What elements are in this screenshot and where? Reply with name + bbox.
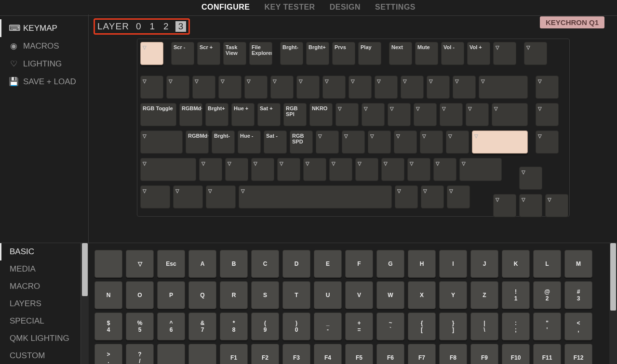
key[interactable]: Task View <box>223 42 246 65</box>
palette-key[interactable]: F4 <box>314 344 342 364</box>
category-media[interactable]: MEDIA <box>0 260 80 278</box>
key[interactable]: ▽ <box>493 42 516 65</box>
palette-key[interactable]: F9 <box>470 344 498 364</box>
palette-key[interactable]: } ] <box>439 312 467 340</box>
key[interactable]: ▽ <box>421 185 444 208</box>
key[interactable]: Play <box>358 42 381 65</box>
palette-key[interactable]: H <box>408 250 436 278</box>
key[interactable]: ▽ <box>206 185 236 208</box>
palette-key[interactable]: F10 <box>502 344 530 364</box>
palette-key[interactable]: S <box>251 281 279 309</box>
palette-key[interactable]: G <box>376 250 404 278</box>
palette-key[interactable]: F8 <box>439 344 467 364</box>
key[interactable]: ▽ <box>225 158 248 181</box>
key[interactable]: ▽ <box>375 76 398 99</box>
key[interactable]: Brght+ <box>306 42 329 65</box>
key[interactable]: ▽ <box>322 76 346 99</box>
palette-key[interactable]: ~ ` <box>376 312 404 340</box>
sidebar-item-saveload[interactable]: 💾 SAVE + LOAD <box>0 73 88 91</box>
palette-key[interactable]: O <box>126 281 154 309</box>
key[interactable]: ▽ <box>355 158 378 181</box>
palette-key[interactable]: T <box>282 281 310 309</box>
tab-design[interactable]: DESIGN <box>330 3 361 12</box>
scrollbar-thumb[interactable] <box>610 243 616 311</box>
key[interactable]: RGB SPD <box>290 130 313 154</box>
palette-key[interactable]: ^ 6 <box>157 312 185 340</box>
key[interactable]: ▽ <box>545 194 568 217</box>
key[interactable]: ▽ <box>277 158 300 181</box>
scrollbar-thumb[interactable] <box>82 243 88 296</box>
key[interactable]: RGBMd· <box>186 130 209 154</box>
key[interactable]: ▽ <box>519 167 542 190</box>
key[interactable]: ▽ <box>453 76 476 99</box>
palette-key[interactable]: * 8 <box>220 312 248 340</box>
key[interactable]: ▽ <box>446 130 469 154</box>
key[interactable]: Vol - <box>441 42 464 65</box>
key[interactable]: Hue + <box>231 103 255 126</box>
key[interactable]: ▽ <box>433 158 456 181</box>
category-custom[interactable]: CUSTOM <box>0 347 80 364</box>
key[interactable]: ▽ <box>296 76 320 99</box>
palette-key[interactable]: F5 <box>345 344 373 364</box>
palette-key[interactable]: V <box>345 281 373 309</box>
palette-key[interactable]: ▽ <box>126 250 154 278</box>
key[interactable]: ▽ <box>199 158 222 181</box>
sidebar-item-keymap[interactable]: ⌨ KEYMAP <box>0 19 88 37</box>
category-qmk-lighting[interactable]: QMK LIGHTING <box>0 330 80 347</box>
palette-key[interactable]: D <box>282 250 310 278</box>
key[interactable]: ▽ <box>140 76 163 99</box>
key[interactable]: ▽ <box>493 194 516 217</box>
key[interactable]: ▽ <box>414 103 437 126</box>
key[interactable]: RGBMd· <box>179 103 202 126</box>
palette-key[interactable]: L <box>533 250 561 278</box>
tab-keytester[interactable]: KEY TESTER <box>264 3 315 12</box>
palette-key[interactable]: < , <box>564 312 592 340</box>
key[interactable]: ▽ <box>447 185 470 208</box>
palette-scrollbar[interactable] <box>609 243 617 364</box>
palette-key[interactable]: U <box>314 281 342 309</box>
palette-key[interactable]: + = <box>345 312 373 340</box>
key[interactable]: ▽ <box>472 130 528 154</box>
palette-key[interactable]: A <box>188 250 216 278</box>
palette-key[interactable]: F1 <box>220 344 248 364</box>
palette-key[interactable]: Y <box>439 281 467 309</box>
key[interactable]: ▽ <box>251 158 274 181</box>
palette-key[interactable]: ( 9 <box>251 312 279 340</box>
key[interactable]: ▽ <box>140 158 196 181</box>
key[interactable]: Sat + <box>257 103 281 126</box>
palette-key[interactable]: ? / <box>126 344 154 364</box>
palette-key[interactable]: F2 <box>251 344 279 364</box>
palette-key[interactable] <box>94 250 122 278</box>
palette-key[interactable]: C <box>251 250 279 278</box>
palette-key[interactable]: { [ <box>408 312 436 340</box>
layer-1[interactable]: 1 <box>148 21 157 32</box>
palette-key[interactable]: ! 1 <box>502 281 530 309</box>
key[interactable]: Mute <box>415 42 438 65</box>
tab-configure[interactable]: CONFIGURE <box>201 3 250 12</box>
palette-key[interactable]: W <box>376 281 404 309</box>
key[interactable]: ▽ <box>303 158 326 181</box>
palette-key[interactable]: E <box>314 250 342 278</box>
sidebar-item-macros[interactable]: ◉ MACROS <box>0 37 88 55</box>
key[interactable]: File Explorer <box>249 42 272 65</box>
palette-key[interactable]: : ; <box>502 312 530 340</box>
key[interactable]: ▽ <box>335 103 359 126</box>
key[interactable]: ▽ <box>427 76 450 99</box>
palette-key[interactable]: J <box>470 250 498 278</box>
key[interactable]: ▽ <box>536 130 559 154</box>
palette-key[interactable]: F12 <box>564 344 592 364</box>
key[interactable]: ▽ <box>342 130 365 154</box>
category-macro[interactable]: MACRO <box>0 278 80 295</box>
key[interactable]: ▽ <box>192 76 215 99</box>
category-layers[interactable]: LAYERS <box>0 295 80 312</box>
palette-key[interactable]: @ 2 <box>533 281 561 309</box>
key[interactable]: ▽ <box>218 76 241 99</box>
key[interactable]: Brght+ <box>205 103 228 126</box>
key[interactable]: ▽ <box>388 103 411 126</box>
key[interactable]: ▽ <box>420 130 443 154</box>
key[interactable]: ▽ <box>239 185 392 208</box>
palette-key[interactable]: F11 <box>533 344 561 364</box>
palette-key[interactable]: K <box>502 250 530 278</box>
key[interactable]: ▽ <box>166 76 189 99</box>
layer-2[interactable]: 2 <box>161 21 171 32</box>
